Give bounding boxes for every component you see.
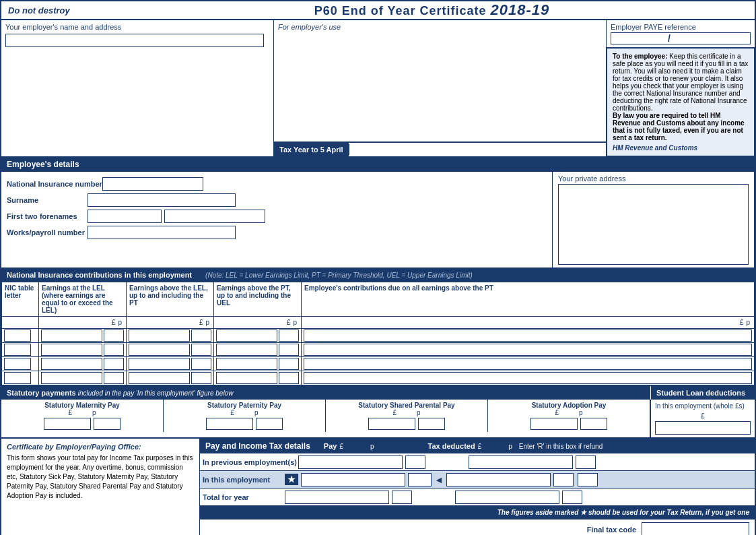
- employer-paye-label: Employer PAYE reference: [611, 23, 751, 31]
- pay-this-pound[interactable]: [301, 473, 405, 486]
- stat-shared-pound[interactable]: [368, 418, 415, 430]
- tax-this-p[interactable]: [553, 473, 574, 486]
- nic-lel-p-3[interactable]: [104, 358, 124, 370]
- nic-lel-3[interactable]: [41, 358, 102, 370]
- pay-prev-pound[interactable]: [298, 455, 403, 469]
- nic-contrib-4[interactable]: [304, 372, 752, 384]
- pay-prev-p[interactable]: [405, 455, 425, 469]
- nic-uel-1[interactable]: [216, 329, 277, 342]
- nic-uel-p-1[interactable]: [279, 329, 299, 342]
- nic-uel-2[interactable]: [216, 344, 277, 356]
- nic-lel-4[interactable]: [41, 372, 102, 384]
- form-title: P60 End of Year Certificate 2018-19: [109, 1, 755, 19]
- stat-adoption-pound[interactable]: [530, 418, 578, 430]
- final-tax-code-input[interactable]: [642, 522, 749, 535]
- nic-letter-1[interactable]: [4, 329, 31, 342]
- nic-lel-p-4[interactable]: [104, 372, 124, 384]
- nic-uel-p-4[interactable]: [279, 372, 299, 384]
- right-top: Employer PAYE reference / To the employe…: [607, 20, 755, 156]
- nic-letter-3[interactable]: [4, 358, 31, 370]
- nic-header: National Insurance contributions in this…: [1, 268, 755, 282]
- do-not-destroy: Do not destroy: [1, 3, 109, 18]
- nic-pt-2[interactable]: [129, 344, 190, 356]
- nic-pt-3[interactable]: [129, 358, 190, 370]
- nic-row-1: [2, 329, 755, 343]
- student-loan-label: Student Loan deductions: [650, 386, 755, 400]
- forename2-input[interactable]: [164, 210, 265, 223]
- stat-loan-col: In this employment (whole £s) £: [650, 400, 755, 437]
- stat-payments-col: Statutory Maternity Pay £ p Statutory Pa…: [1, 400, 650, 437]
- ni-number-input[interactable]: [102, 177, 203, 191]
- tax-prev-pound[interactable]: [469, 455, 573, 469]
- nic-uel-p-3[interactable]: [279, 358, 299, 370]
- nic-letter-4[interactable]: [4, 372, 31, 384]
- employer-use-input[interactable]: [278, 34, 595, 74]
- pay-total-pound[interactable]: [285, 491, 389, 504]
- nic-uel-p-2[interactable]: [279, 344, 299, 356]
- paye-input-row: /: [611, 32, 751, 44]
- stat-adoption-p[interactable]: [580, 418, 607, 430]
- nic-lel-p-2[interactable]: [104, 344, 124, 356]
- paye-ref-input1[interactable]: [611, 33, 665, 44]
- employee-details-section: National Insurance number Surname First …: [1, 172, 755, 268]
- stat-maternity-col: Statutory Maternity Pay £ p: [1, 400, 164, 432]
- nic-contrib-1[interactable]: [304, 329, 752, 342]
- nic-pt-4[interactable]: [129, 372, 190, 384]
- for-employer-use-box: For employer's use: [274, 20, 606, 142]
- nic-contrib-2[interactable]: [304, 344, 752, 356]
- private-address-box: [558, 184, 749, 265]
- nic-pt-1[interactable]: [129, 329, 190, 342]
- final-tax-code-row: Final tax code: [200, 519, 755, 535]
- pay-previous-row: In previous employment(s): [200, 453, 755, 471]
- nic-pt-p-2[interactable]: [191, 344, 211, 356]
- stat-maternity-pound[interactable]: [44, 418, 91, 430]
- stat-paternity-pound[interactable]: [206, 418, 253, 430]
- p60-form: Do not destroy P60 End of Year Certifica…: [0, 0, 756, 535]
- nic-uel-3[interactable]: [216, 358, 277, 370]
- student-loan-input[interactable]: [655, 421, 751, 435]
- employer-name-input[interactable]: [5, 34, 264, 47]
- tax-this-pound[interactable]: [446, 473, 551, 486]
- nic-lel-1[interactable]: [41, 329, 102, 342]
- pay-total-p[interactable]: [392, 491, 412, 504]
- paye-ref-input2[interactable]: [673, 33, 734, 44]
- stat-maternity-p[interactable]: [94, 418, 121, 430]
- nic-letter-2[interactable]: [4, 344, 31, 356]
- surname-input[interactable]: [88, 193, 236, 207]
- nic-uel-4[interactable]: [216, 372, 277, 384]
- stat-adoption-col: Statutory Adoption Pay £ p: [488, 400, 650, 432]
- tax-year-label: Tax Year to 5 April: [274, 143, 349, 156]
- works-number-input[interactable]: [88, 226, 236, 239]
- pay-section: Pay and Income Tax details Pay £ p Tax d…: [200, 439, 755, 535]
- stat-paternity-p[interactable]: [256, 418, 283, 430]
- forenames-row: First two forenames: [7, 210, 547, 223]
- nic-pt-p-3[interactable]: [191, 358, 211, 370]
- tax-year-input[interactable]: [349, 144, 403, 155]
- nic-pt-p-1[interactable]: [191, 329, 211, 342]
- refund-box-input[interactable]: [578, 473, 598, 486]
- stat-shared-p[interactable]: [418, 418, 445, 430]
- nic-contrib-3[interactable]: [304, 358, 752, 370]
- nic-lel-p-1[interactable]: [104, 329, 124, 342]
- nic-col3-header: Earnings above the LEL, up to and includ…: [127, 282, 214, 317]
- pay-this-row: In this employment ★ ◄: [200, 471, 755, 489]
- forename1-input[interactable]: [88, 210, 162, 223]
- nic-col2-header: Earnings at the LEL (where earnings are …: [39, 282, 127, 317]
- tax-total-pound[interactable]: [455, 491, 559, 504]
- nic-row-2: [2, 343, 755, 357]
- employer-name-label: Your employer's name and address: [5, 23, 121, 31]
- private-address-input[interactable]: [559, 185, 748, 200]
- nic-currency-row: £ p £ p £ p: [2, 317, 755, 329]
- cert-text-col: Certificate by Employer/Paying Office: T…: [1, 439, 200, 535]
- tax-prev-p[interactable]: [576, 455, 596, 469]
- middle-top: For employer's use Tax Year to 5 April: [274, 20, 607, 156]
- tax-total-p[interactable]: [562, 491, 582, 504]
- top-section: Your employer's name and address For emp…: [1, 20, 755, 157]
- nic-pt-p-4[interactable]: [191, 372, 211, 384]
- nic-col5-header: Employee's contributions due on all earn…: [302, 282, 755, 317]
- ni-number-row: National Insurance number: [7, 177, 547, 191]
- nic-table: NIC table letter Earnings at the LEL (wh…: [1, 282, 755, 385]
- employee-right-col: Your private address: [553, 172, 755, 268]
- employee-left-col: National Insurance number Surname First …: [1, 172, 553, 268]
- nic-lel-2[interactable]: [41, 344, 102, 356]
